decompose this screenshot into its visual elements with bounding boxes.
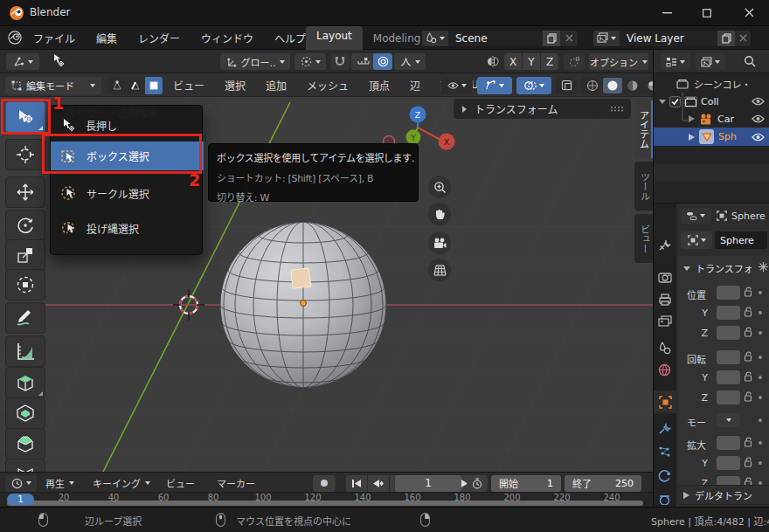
animate-dot[interactable] [759, 311, 762, 314]
eye-icon[interactable] [752, 133, 765, 142]
disclosure-closed-icon[interactable] [689, 134, 695, 141]
scene-icon[interactable] [422, 31, 448, 46]
tab-tool[interactable]: ツール [634, 162, 653, 211]
auto-keying-button[interactable] [313, 475, 336, 492]
jump-to-start-button[interactable] [346, 475, 367, 492]
animate-dot[interactable] [759, 291, 762, 294]
mode-dropdown[interactable]: 編集モード [5, 77, 101, 94]
timeline-menu-keying[interactable]: キーイング [93, 473, 150, 494]
copy-scene-icon[interactable] [543, 31, 560, 46]
view-layer-icon[interactable] [593, 31, 620, 46]
location-x-field[interactable] [717, 286, 740, 300]
properties-editor-type-dropdown[interactable] [681, 208, 710, 224]
shading-wireframe-button[interactable] [583, 78, 602, 93]
frame-end-field[interactable]: 終了 250 [565, 475, 641, 492]
tool-move[interactable] [5, 176, 45, 208]
remove-view-layer-icon[interactable] [735, 31, 751, 46]
frame-start-field[interactable]: 開始 1 [491, 475, 561, 492]
location-y-field[interactable] [717, 306, 740, 320]
outliner-row-collection[interactable]: Coll [654, 93, 769, 110]
viewport-menu-select[interactable]: 選択 [223, 78, 247, 93]
camera-view-button[interactable] [428, 231, 451, 254]
menu-item-circle-select[interactable]: サークル選択 [54, 180, 200, 206]
menu-item-lasso-select[interactable]: 投げ縄選択 [54, 215, 200, 241]
rotation-mode-dropdown[interactable] [717, 413, 740, 427]
xray-toggle[interactable] [556, 77, 577, 94]
transform-panel-title[interactable]: トランスフォ [696, 261, 752, 275]
tab-constraint-properties[interactable] [658, 494, 671, 505]
tool-select-box[interactable] [5, 101, 45, 133]
transform-panel-header[interactable]: トランスフォーム [454, 99, 631, 119]
tab-scene-properties[interactable] [658, 342, 671, 355]
previous-keyframe-button[interactable] [368, 475, 389, 492]
tool-measure[interactable] [5, 335, 45, 367]
menu-render[interactable]: レンダー [136, 31, 182, 45]
outliner-display-mode-dropdown[interactable] [661, 53, 690, 70]
mirror-x-button[interactable]: X [504, 53, 522, 70]
timeline-menu-playback[interactable]: 再生 [45, 473, 74, 494]
zoom-view-button[interactable] [428, 176, 451, 198]
tab-object-properties-active[interactable] [654, 390, 676, 413]
viewport-menu-vertex[interactable]: 頂点 [367, 78, 391, 93]
lock-open-icon[interactable] [744, 437, 753, 448]
scale-y-field[interactable] [717, 456, 740, 470]
object-data-dropdown[interactable] [681, 231, 712, 249]
outliner-search-icon[interactable] [744, 55, 756, 67]
tool-transform[interactable] [5, 269, 45, 301]
lock-open-icon[interactable] [744, 287, 753, 298]
tab-layout[interactable]: Layout [306, 26, 363, 50]
outliner-row-sphere[interactable]: Sph [654, 128, 769, 146]
pivot-point-dropdown[interactable] [294, 53, 326, 70]
unlink-scene-icon[interactable] [560, 31, 578, 46]
current-frame-field[interactable]: 1 [395, 475, 461, 492]
rotation-x-field[interactable] [717, 350, 740, 364]
animate-dot[interactable] [759, 396, 762, 399]
tab-render-properties[interactable] [658, 272, 672, 283]
animate-dot[interactable] [759, 461, 762, 465]
tab-tool-properties[interactable] [658, 238, 671, 252]
tab-world-properties[interactable] [658, 363, 671, 377]
disclosure-closed-icon[interactable] [689, 115, 695, 122]
timeline-ruler[interactable]: 20 40 60 80 100 120 140 160 180 200 220 … [0, 493, 653, 507]
disclosure-open-icon[interactable] [659, 98, 666, 105]
viewport-menu-view[interactable]: ビュー [171, 78, 206, 93]
tool-bevel[interactable] [5, 428, 45, 459]
maximize-button[interactable] [703, 9, 711, 17]
tab-particle-properties[interactable] [658, 446, 671, 459]
animate-dot[interactable] [759, 356, 762, 359]
tab-physics-properties[interactable] [658, 470, 671, 483]
lock-open-icon[interactable] [744, 327, 753, 338]
menu-file[interactable]: ファイル [31, 31, 77, 45]
eye-icon[interactable] [752, 114, 765, 123]
tab-output-properties[interactable] [658, 294, 672, 306]
drag-dots-icon[interactable] [610, 106, 624, 112]
panel-collapse-icon[interactable] [683, 265, 690, 272]
animate-dot[interactable] [759, 418, 762, 422]
viewport-menu-mesh[interactable]: メッシュ [305, 78, 350, 93]
transform-orientation-dropdown[interactable]: グロー.. [220, 53, 290, 70]
tool-cursor[interactable] [5, 139, 45, 170]
outliner-filter-dropdown[interactable] [696, 53, 725, 70]
viewport-menu-edge[interactable]: 辺 [408, 78, 422, 93]
mirror-z-button[interactable]: Z [541, 53, 558, 70]
menu-help[interactable]: ヘルプ [273, 31, 308, 45]
timeline-editor-type-dropdown[interactable] [5, 475, 37, 492]
blender-menu-icon[interactable] [8, 31, 22, 45]
use-preview-range-toggle[interactable] [467, 475, 488, 492]
tab-modifier-properties[interactable] [658, 422, 671, 435]
tool-extrude-region[interactable] [5, 367, 45, 398]
menu-window[interactable]: ウィンドウ [199, 31, 255, 45]
lock-open-icon[interactable] [744, 351, 753, 363]
checkbox-checked-icon[interactable] [669, 96, 681, 107]
outliner-row-scene-collection[interactable]: シーンコレ・ [654, 75, 769, 93]
gizmos-dropdown[interactable] [477, 77, 512, 94]
tab-view-layer-properties[interactable] [658, 315, 672, 328]
delta-transform-panel-header[interactable]: デルタトラン [678, 485, 769, 504]
viewport-menu-add[interactable]: 追加 [264, 78, 288, 93]
timeline-scrollbar[interactable] [7, 501, 643, 506]
orthographic-toggle-button[interactable] [428, 259, 451, 281]
tool-rotate[interactable] [5, 210, 45, 241]
edge-select-button[interactable] [127, 77, 144, 94]
rotation-y-field[interactable] [717, 370, 740, 384]
proportional-editing-toggle[interactable] [373, 53, 392, 70]
